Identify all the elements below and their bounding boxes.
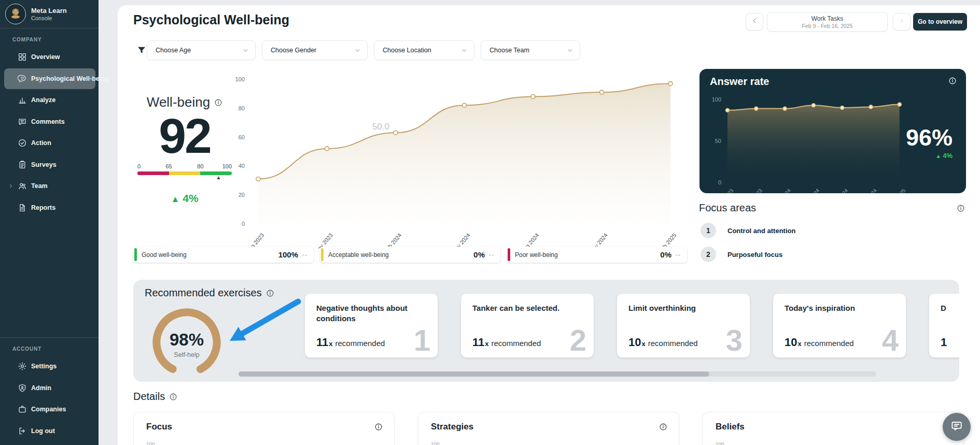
focus-area-item[interactable]: 1Control and attention <box>701 223 795 238</box>
comments-icon <box>18 117 27 126</box>
chevron-down-icon <box>242 47 249 54</box>
filter-icon <box>136 45 147 55</box>
detail-card-focus[interactable]: Focus100 <box>133 412 395 445</box>
legend-value: 0% <box>660 250 671 259</box>
clipboard-icon <box>18 160 27 169</box>
sidebar-item-companies[interactable]: Companies <box>4 399 95 420</box>
sidebar-item-psychological-well-being[interactable]: Psychological Well-being <box>4 68 95 89</box>
exercise-card-2[interactable]: Tanker can be selected.11xrecommended2 <box>461 294 594 357</box>
dropdown-value: Choose Age <box>156 47 191 54</box>
next-period-button[interactable] <box>893 13 911 31</box>
sidebar-item-overview[interactable]: Overview <box>4 47 95 67</box>
legend-label: Poor well-being <box>515 251 558 259</box>
chat-fab-button[interactable] <box>943 413 971 441</box>
detail-card-strategies[interactable]: Strategies100 <box>418 412 679 445</box>
scale-tick: 0 <box>137 163 141 169</box>
logout-icon <box>18 426 27 436</box>
svg-text:50.0: 50.0 <box>372 122 389 132</box>
document-icon <box>18 203 27 212</box>
info-icon[interactable] <box>948 77 957 85</box>
sidebar-item-log-out[interactable]: Log out <box>4 421 95 441</box>
dropdown-value: Choose Location <box>383 47 431 54</box>
focus-area-label: Purposeful focus <box>727 251 782 259</box>
svg-text:60: 60 <box>239 134 245 140</box>
brain-chat-icon <box>18 74 27 83</box>
filter-dropdown-3[interactable]: Choose Team <box>481 40 580 60</box>
exercise-card-3[interactable]: Limit overthinking10xrecommended3 <box>617 294 750 357</box>
sidebar-item-comments[interactable]: Comments <box>4 111 95 132</box>
brain-logo-icon <box>5 4 26 24</box>
dropdown-value: Choose Team <box>489 47 529 54</box>
svg-text:0: 0 <box>718 179 721 185</box>
legend-color-bar <box>508 248 510 261</box>
chevron-left-icon <box>751 17 758 26</box>
legend-pill-poor-well-being[interactable]: Poor well-being0%-- <box>507 247 687 263</box>
period-selector[interactable]: Work Tasks Feb 9 - Feb 16, 2025 <box>767 12 888 32</box>
svg-text:Feb 2025: Feb 2025 <box>888 188 907 193</box>
sidebar-item-settings[interactable]: Settings <box>4 356 95 377</box>
info-icon[interactable] <box>169 393 177 401</box>
gear-icon <box>18 362 27 371</box>
exercise-card-1[interactable]: Negative thoughts about conditions11xrec… <box>305 294 438 357</box>
legend-label: Acceptable well-being <box>328 251 389 259</box>
chat-icon <box>950 419 963 435</box>
chevron-right-icon[interactable] <box>8 183 14 189</box>
scale-tick: 65 <box>165 163 172 169</box>
focus-area-rank: 1 <box>701 223 716 238</box>
sidebar-item-analyze[interactable]: Analyze <box>4 90 95 110</box>
exercise-card-4[interactable]: Today's inspiration10xrecommended4 <box>773 294 906 357</box>
sidebar-item-label: Comments <box>31 118 65 125</box>
info-icon[interactable] <box>266 289 274 297</box>
exercise-count-row: 10xrecommended <box>785 336 854 349</box>
answer-rate-card: 050100Aug 2023Nov 2023Feb 2024May 2024Au… <box>699 69 966 193</box>
sidebar-item-label: Log out <box>31 427 55 435</box>
dropdown-value: Choose Gender <box>271 47 316 54</box>
page-title: Psychological Well-being <box>133 12 289 27</box>
detail-card-beliefs[interactable]: Beliefs100 <box>703 412 964 445</box>
sidebar-item-label: Admin <box>31 384 51 392</box>
scrollbar-track[interactable] <box>239 371 876 377</box>
brand-subtitle: Console <box>31 15 67 21</box>
triangle-up-icon: ▲ <box>935 153 941 159</box>
sidebar-item-reports[interactable]: Reports <box>4 197 95 218</box>
svg-text:Nov 2023: Nov 2023 <box>745 188 763 193</box>
info-icon[interactable] <box>957 204 965 212</box>
svg-text:100: 100 <box>712 96 721 103</box>
focus-area-rank: 2 <box>701 247 716 262</box>
filter-row: Choose AgeChoose GenderChoose LocationCh… <box>147 40 580 60</box>
sidebar-account-nav: ACCOUNTSettingsAdminCompaniesLog out <box>0 338 99 445</box>
filter-dropdown-0[interactable]: Choose Age <box>147 40 256 60</box>
period-range: Feb 9 - Feb 16, 2025 <box>802 23 852 29</box>
filter-dropdown-2[interactable]: Choose Location <box>374 40 474 60</box>
briefcase-icon <box>18 405 27 414</box>
exercise-title: Negative thoughts about conditions <box>316 303 413 323</box>
filter-dropdown-1[interactable]: Choose Gender <box>262 40 368 60</box>
sidebar-item-admin[interactable]: Admin <box>4 378 95 398</box>
legend-pill-acceptable-well-being[interactable]: Acceptable well-being0%-- <box>320 247 500 263</box>
sidebar-item-team[interactable]: Team <box>4 176 95 196</box>
sidebar-item-action[interactable]: Action <box>4 133 95 153</box>
exercise-count-row: 1 <box>941 336 950 349</box>
sidebar-item-surveys[interactable]: Surveys <box>4 154 95 175</box>
sidebar-company-nav: COMPANYOverviewPsychological Well-beingA… <box>0 28 99 219</box>
recommended-exercises-title: Recommended exercises <box>145 287 262 299</box>
legend-value: 100% <box>278 250 298 259</box>
sidebar-item-label: Action <box>31 139 51 147</box>
exercise-rank-number: 4 <box>882 325 899 355</box>
nav-section-label: ACCOUNT <box>12 346 99 352</box>
chevron-down-icon <box>354 47 361 54</box>
scrollbar-thumb[interactable] <box>239 371 709 377</box>
info-icon[interactable] <box>374 423 383 431</box>
prev-period-button[interactable] <box>746 13 763 31</box>
brand[interactable]: Meta Learn Console <box>0 0 99 28</box>
focus-area-item[interactable]: 2Purposeful focus <box>701 247 782 262</box>
info-icon[interactable] <box>659 423 667 431</box>
sidebar-item-label: Companies <box>31 406 66 413</box>
legend-pill-good-well-being[interactable]: Good well-being100%-- <box>133 247 314 263</box>
legend-color-bar <box>321 248 324 261</box>
detail-card-title: Beliefs <box>716 422 745 432</box>
sidebar-item-label: Reports <box>31 204 55 211</box>
exercise-card-5[interactable]: D1 <box>929 294 959 357</box>
wellbeing-score: 92 <box>137 112 232 159</box>
go-to-overview-button[interactable]: Go to overview <box>913 13 967 31</box>
